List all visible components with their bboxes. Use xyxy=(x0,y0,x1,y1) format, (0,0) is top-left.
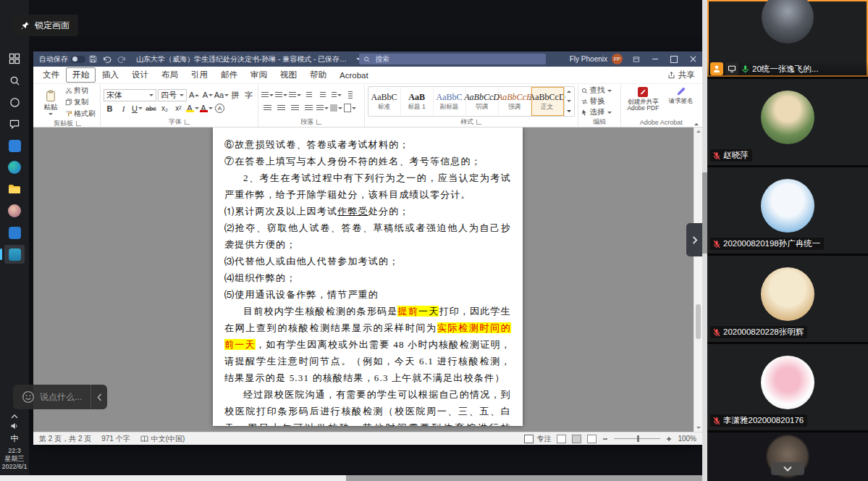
phonetic-guide-button[interactable]: 拼 xyxy=(229,89,241,101)
minimize-button[interactable] xyxy=(646,51,665,67)
search-input[interactable] xyxy=(374,54,542,64)
ribbon-display-options-button[interactable] xyxy=(627,51,646,67)
strikethrough-button[interactable]: abc xyxy=(145,103,157,114)
font-size-select[interactable]: 四号 xyxy=(158,89,187,101)
app-icon-blue[interactable] xyxy=(4,223,25,242)
cut-button[interactable]: 剪切 xyxy=(64,85,97,96)
styles-launcher-icon[interactable] xyxy=(476,120,481,125)
font-launcher-icon[interactable] xyxy=(185,120,190,125)
chat-collapse-button[interactable] xyxy=(90,385,107,409)
style-card-0[interactable]: AaBbC标准 xyxy=(368,87,401,116)
participant-tile[interactable]: 202000820198孙广冉统一 xyxy=(707,167,868,254)
lock-view-button[interactable]: 锁定画面 xyxy=(12,14,78,36)
enclose-character-button[interactable]: A xyxy=(214,103,226,114)
expand-participants-button[interactable] xyxy=(771,462,804,475)
document-page[interactable]: ⑥故意损毁试卷、答卷或者考试材料的；⑦在答卷上填写与本人身份不符的姓名、考号等信… xyxy=(213,127,523,426)
web-layout-icon[interactable] xyxy=(587,435,597,443)
close-button[interactable] xyxy=(683,51,702,67)
meeting-app-icon[interactable] xyxy=(4,245,25,264)
style-card-5[interactable]: AaBbCcD正文 xyxy=(531,87,564,116)
tab-review[interactable]: 审阅 xyxy=(244,67,274,83)
search-box[interactable] xyxy=(359,54,546,64)
hscroll-thumb[interactable] xyxy=(0,475,346,481)
create-pdf-button[interactable]: 创建并共享 Adobe PDF xyxy=(624,87,662,112)
tab-home[interactable]: 开始 xyxy=(66,67,96,83)
paragraph-launcher-icon[interactable] xyxy=(316,120,321,125)
copy-button[interactable]: 复制 xyxy=(64,97,97,107)
zoom-slider[interactable] xyxy=(614,438,660,439)
character-border-button[interactable]: 字 xyxy=(243,89,255,101)
shrink-font-button[interactable]: A xyxy=(202,89,214,101)
collapse-ribbon-button[interactable] xyxy=(694,111,699,124)
shading-button[interactable] xyxy=(330,102,342,114)
tab-design[interactable]: 设计 xyxy=(125,67,155,83)
page-indicator[interactable]: 第 2 页，共 2 页 xyxy=(39,434,91,444)
bullets-button[interactable] xyxy=(261,89,274,101)
style-card-4[interactable]: AaBbCcE强调 xyxy=(499,87,531,116)
zoom-slider-thumb[interactable] xyxy=(637,435,639,442)
find-button[interactable]: 查找 xyxy=(581,86,612,96)
grow-font-button[interactable]: A xyxy=(188,89,201,101)
participant-tile[interactable]: 李潇雅202000820176 xyxy=(707,344,868,430)
font-color-button[interactable]: A xyxy=(200,103,212,114)
chat-input[interactable]: 说点什么... xyxy=(13,385,90,409)
zoom-in-button[interactable] xyxy=(666,436,672,442)
text-highlight-button[interactable]: A xyxy=(186,103,198,114)
word-scroll-thumb[interactable] xyxy=(696,304,701,339)
scroll-down-icon[interactable] xyxy=(694,424,702,432)
clipboard-launcher-icon[interactable] xyxy=(76,121,81,126)
user-profile-icon[interactable] xyxy=(4,201,25,220)
paste-button[interactable]: 粘贴 xyxy=(38,90,64,115)
tab-mailings[interactable]: 邮件 xyxy=(214,67,244,83)
style-card-3[interactable]: AaBbCcD弱调 xyxy=(466,87,499,116)
align-left-button[interactable] xyxy=(261,102,274,114)
redo-button[interactable] xyxy=(114,51,129,67)
italic-button[interactable]: I xyxy=(117,103,130,114)
search-icon[interactable] xyxy=(4,71,25,90)
numbering-button[interactable] xyxy=(275,89,287,101)
align-center-button[interactable] xyxy=(275,102,287,114)
font-name-select[interactable]: 宋体 xyxy=(104,89,156,101)
participant-tile[interactable]: 202000820228张明辉 xyxy=(707,256,868,342)
ime-indicator[interactable]: 中 xyxy=(10,433,18,444)
styles-scroll-up-button[interactable] xyxy=(565,87,574,96)
show-formatting-marks-button[interactable] xyxy=(344,89,356,101)
tab-file[interactable]: 文件 xyxy=(36,67,66,83)
print-layout-icon[interactable] xyxy=(572,435,581,443)
vscroll-thumb[interactable] xyxy=(702,172,707,254)
zoom-out-button[interactable] xyxy=(602,436,608,442)
shared-screen-vscrollbar[interactable] xyxy=(702,0,707,481)
participant-tile-presenter[interactable]: 20统一张逸飞的... xyxy=(707,0,868,77)
task-view-icon[interactable] xyxy=(4,49,25,68)
file-explorer-icon[interactable] xyxy=(4,180,25,198)
format-painter-button[interactable]: 格式刷 xyxy=(64,109,97,119)
justify-button[interactable] xyxy=(303,102,315,114)
align-right-button[interactable] xyxy=(289,102,301,114)
line-spacing-button[interactable] xyxy=(316,102,329,114)
video-app-icon[interactable] xyxy=(4,136,25,155)
tab-references[interactable]: 引用 xyxy=(185,67,214,83)
save-button[interactable] xyxy=(85,51,100,67)
participant-tile[interactable]: 赵晓萍 xyxy=(707,79,868,165)
undo-button[interactable] xyxy=(100,51,114,67)
styles-more-button[interactable] xyxy=(565,106,574,116)
taskbar-clock[interactable]: 22:3 星期三 2022/6/1 xyxy=(1,447,27,471)
sidebar-toggle-button[interactable] xyxy=(686,223,702,256)
tab-insert[interactable]: 插入 xyxy=(96,67,125,83)
styles-scroll-down-button[interactable] xyxy=(565,96,574,106)
tray-expand-icon[interactable] xyxy=(11,414,18,419)
maximize-button[interactable] xyxy=(665,51,683,67)
underline-button[interactable]: U xyxy=(131,103,143,114)
read-mode-icon[interactable] xyxy=(557,435,566,443)
chat-app-icon[interactable] xyxy=(4,114,25,133)
style-card-1[interactable]: AaB标题 1 xyxy=(401,87,434,116)
speaker-icon[interactable] xyxy=(10,422,19,430)
shared-screen-hscrollbar[interactable] xyxy=(0,475,702,481)
autosave-toggle[interactable]: 自动保存 xyxy=(39,54,85,64)
request-signatures-button[interactable]: 请求签名 xyxy=(665,87,696,104)
increase-indent-button[interactable] xyxy=(316,89,329,101)
multilevel-list-button[interactable] xyxy=(289,89,301,101)
language-indicator[interactable]: 中文(中国) xyxy=(140,434,185,444)
tab-layout[interactable]: 布局 xyxy=(155,67,185,83)
bold-button[interactable]: B xyxy=(104,103,116,114)
